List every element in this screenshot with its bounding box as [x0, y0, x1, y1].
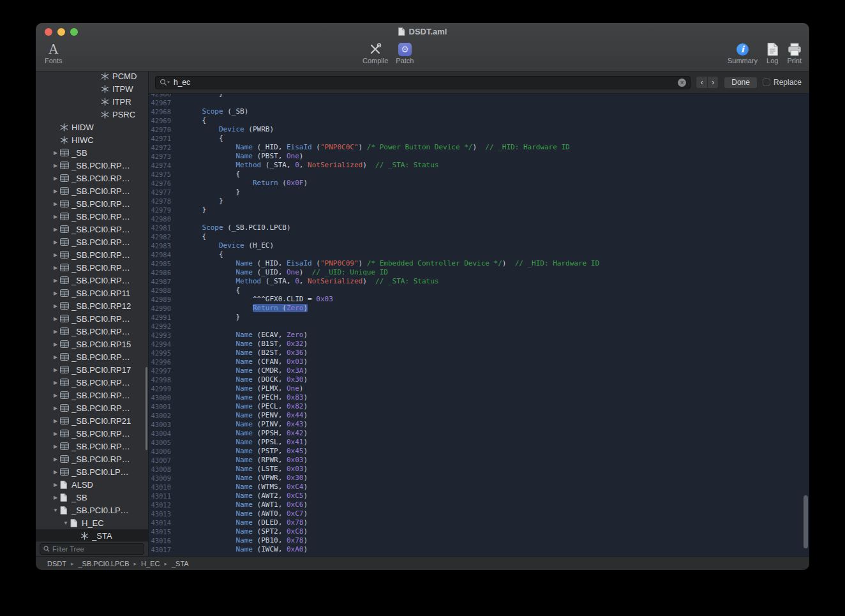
filter-tree-input[interactable]	[52, 545, 140, 553]
grid-icon	[60, 225, 71, 233]
disclosure-collapsed-icon[interactable]: ▶	[51, 265, 60, 271]
disclosure-collapsed-icon[interactable]: ▶	[51, 150, 60, 156]
tree-item-_sb-pci0-rp-[interactable]: ▶_SB.PCI0.RP…	[36, 223, 148, 236]
close-window-button[interactable]	[45, 28, 52, 36]
tree-item-_sb-pci0-lp-[interactable]: ▼_SB.PCI0.LP…	[36, 504, 148, 516]
tree-item-_sb-pci0-rp-[interactable]: ▶_SB.PCI0.RP…	[36, 312, 148, 325]
disclosure-expanded-icon[interactable]: ▼	[61, 520, 70, 526]
disclosure-collapsed-icon[interactable]: ▶	[51, 163, 60, 169]
tree-item-_sb-pci0-rp11[interactable]: ▶_SB.PCI0.RP11	[36, 287, 148, 299]
disclosure-collapsed-icon[interactable]: ▶	[51, 329, 60, 334]
tree-item-_sb-pci0-rp-[interactable]: ▶_SB.PCI0.RP…	[36, 440, 148, 453]
tree-item-h_ec[interactable]: ▼H_EC	[36, 516, 148, 529]
search-menu-icon[interactable]	[160, 79, 170, 86]
tree-item-_sb[interactable]: ▶_SB	[36, 491, 148, 504]
disclosure-collapsed-icon[interactable]: ▶	[51, 188, 60, 194]
disclosure-collapsed-icon[interactable]: ▶	[51, 303, 60, 309]
breadcrumb-item[interactable]: DSDT	[47, 560, 66, 567]
disclosure-collapsed-icon[interactable]: ▶	[51, 482, 60, 488]
disclosure-collapsed-icon[interactable]: ▶	[51, 405, 60, 411]
tree-item-_sb-pci0-rp-[interactable]: ▶_SB.PCI0.RP…	[36, 159, 148, 172]
tree-item-_sb-pci0-rp-[interactable]: ▶_SB.PCI0.RP…	[36, 197, 148, 210]
disclosure-collapsed-icon[interactable]: ▶	[51, 431, 60, 437]
code-line: 42994 Name (B1ST, 0x32)	[149, 340, 809, 349]
tree-item-_sb[interactable]: ▶_SB	[36, 146, 148, 159]
find-next-button[interactable]: ›	[707, 77, 718, 88]
tree-item-_sb-pci0-lp-[interactable]: ▶_SB.PCI0.LP…	[36, 465, 148, 478]
disclosure-collapsed-icon[interactable]: ▶	[51, 201, 60, 207]
find-input[interactable]	[174, 78, 675, 87]
tree-item-_sb-pci0-rp-[interactable]: ▶_SB.PCI0.RP…	[36, 274, 148, 287]
disclosure-collapsed-icon[interactable]: ▶	[51, 469, 60, 475]
tree-item-_sb-pci0-rp-[interactable]: ▶_SB.PCI0.RP…	[36, 210, 148, 223]
disclosure-collapsed-icon[interactable]: ▶	[51, 342, 60, 347]
tree-item-_sb-pci0-rp17[interactable]: ▶_SB.PCI0.RP17	[36, 363, 148, 376]
tree-item-itpr[interactable]: ITPR	[36, 95, 148, 108]
disclosure-collapsed-icon[interactable]: ▶	[51, 367, 60, 373]
disclosure-collapsed-icon[interactable]: ▶	[51, 278, 60, 283]
tree-item-_sb-pci0-rp-[interactable]: ▶_SB.PCI0.RP…	[36, 325, 148, 338]
tree-item-_sb-pci0-rp-[interactable]: ▶_SB.PCI0.RP…	[36, 261, 148, 274]
disclosure-collapsed-icon[interactable]: ▶	[51, 380, 60, 386]
log-button[interactable]: Log	[766, 41, 778, 64]
summary-button[interactable]: i Summary	[728, 41, 758, 64]
tree-item-_sb-pci0-rp-[interactable]: ▶_SB.PCI0.RP…	[36, 172, 148, 184]
disclosure-collapsed-icon[interactable]: ▶	[51, 290, 60, 296]
tree-item-_sb-pci0-rp-[interactable]: ▶_SB.PCI0.RP…	[36, 236, 148, 248]
disclosure-collapsed-icon[interactable]: ▶	[51, 239, 60, 245]
disclosure-collapsed-icon[interactable]: ▶	[51, 176, 60, 181]
tree-item-psrc[interactable]: PSRC	[36, 108, 148, 121]
disclosure-collapsed-icon[interactable]: ▶	[51, 456, 60, 462]
disclosure-expanded-icon[interactable]: ▼	[51, 507, 60, 513]
zoom-window-button[interactable]	[70, 28, 78, 36]
tree-item-_sb-pci0-rp-[interactable]: ▶_SB.PCI0.RP…	[36, 376, 148, 389]
breadcrumb-item[interactable]: _SB.PCI0.LPCB	[78, 560, 129, 567]
code-line: 42981 Scope (_SB.PCI0.LPCB)	[149, 223, 809, 232]
disclosure-collapsed-icon[interactable]: ▶	[51, 495, 60, 500]
tree-item-itpw[interactable]: ITPW	[36, 82, 148, 95]
tree-item-_sta[interactable]: _STA	[36, 529, 148, 541]
disclosure-collapsed-icon[interactable]: ▶	[51, 444, 60, 449]
tree-item-_sb-pci0-rp-[interactable]: ▶_SB.PCI0.RP…	[36, 248, 148, 261]
find-field[interactable]: ×	[155, 76, 691, 89]
done-button[interactable]: Done	[724, 77, 758, 89]
disclosure-collapsed-icon[interactable]: ▶	[51, 418, 60, 424]
disclosure-collapsed-icon[interactable]: ▶	[51, 214, 60, 220]
tree-item-pcmd[interactable]: PCMD	[36, 71, 148, 82]
fonts-button[interactable]: A Fonts	[45, 41, 63, 64]
tree-item-_sb-pci0-rp15[interactable]: ▶_SB.PCI0.RP15	[36, 338, 148, 350]
tree-item-hidw[interactable]: HIDW	[36, 121, 148, 133]
tree-item-alsd[interactable]: ▶ALSD	[36, 478, 148, 491]
patch-button[interactable]: ⚙ Patch	[396, 41, 414, 64]
tree-item-_sb-pci0-rp-[interactable]: ▶_SB.PCI0.RP…	[36, 350, 148, 363]
print-button[interactable]: Print	[787, 41, 802, 64]
editor-scrollbar-thumb[interactable]	[804, 495, 808, 548]
breadcrumb-item[interactable]: _STA	[172, 560, 189, 567]
disclosure-collapsed-icon[interactable]: ▶	[51, 316, 60, 322]
disclosure-collapsed-icon[interactable]: ▶	[51, 354, 60, 360]
tree-item-_sb-pci0-rp12[interactable]: ▶_SB.PCI0.RP12	[36, 299, 148, 312]
acpi-tree[interactable]: PCMDITPWITPRPSRCHIDWHIWC▶_SB▶_SB.PCI0.RP…	[36, 71, 148, 541]
breadcrumb-item[interactable]: H_EC	[141, 560, 160, 567]
tree-item-_sb-pci0-rp-[interactable]: ▶_SB.PCI0.RP…	[36, 389, 148, 402]
sidebar-scrollbar-thumb[interactable]	[146, 367, 147, 450]
tree-item-_sb-pci0-rp-[interactable]: ▶_SB.PCI0.RP…	[36, 184, 148, 197]
find-previous-button[interactable]: ‹	[696, 77, 707, 88]
clear-search-icon[interactable]: ×	[678, 79, 686, 87]
filter-field[interactable]	[40, 543, 144, 555]
disclosure-collapsed-icon[interactable]: ▶	[51, 252, 60, 258]
tree-item-_sb-pci0-rp-[interactable]: ▶_SB.PCI0.RP…	[36, 402, 148, 414]
minimize-window-button[interactable]	[57, 28, 65, 36]
tree-item-_sb-pci0-rp-[interactable]: ▶_SB.PCI0.RP…	[36, 453, 148, 465]
tree-item-_sb-pci0-rp21[interactable]: ▶_SB.PCI0.RP21	[36, 414, 148, 427]
tree-item-_sb-pci0-rp-[interactable]: ▶_SB.PCI0.RP…	[36, 427, 148, 440]
compile-button[interactable]: Compile	[363, 41, 388, 64]
replace-checkbox[interactable]	[763, 79, 770, 86]
disclosure-collapsed-icon[interactable]: ▶	[51, 393, 60, 398]
code-line: 43011 Name (AWT2, 0xC5)	[149, 492, 809, 500]
code-editor[interactable]: 42966 }4296742968 Scope (_SB)42969 {4297…	[149, 94, 809, 556]
tree-item-hiwc[interactable]: HIWC	[36, 133, 148, 146]
code-line: 42987 Method (_STA, 0, NotSerialized) //…	[149, 277, 809, 286]
disclosure-collapsed-icon[interactable]: ▶	[51, 227, 60, 232]
tree-item-label: _STA	[92, 531, 112, 541]
